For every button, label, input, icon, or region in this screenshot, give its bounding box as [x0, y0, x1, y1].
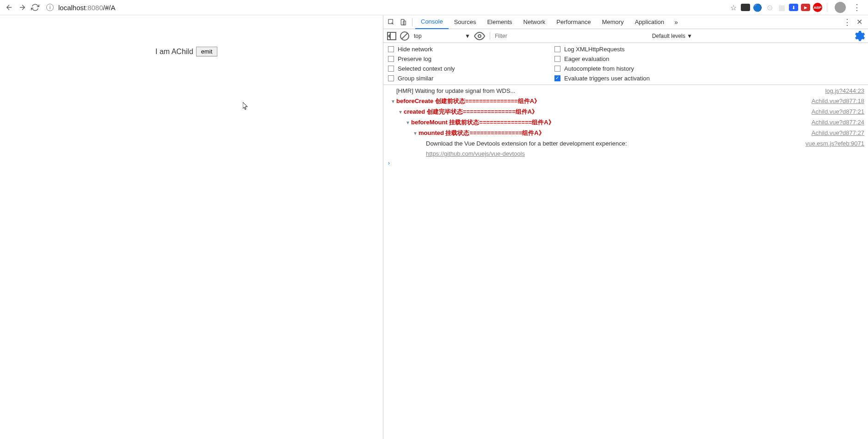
log-line: ▼beforeMount 挂载前状态===============组件A》Ach… [383, 117, 868, 128]
log-toggle-icon[interactable]: ▼ [391, 97, 395, 106]
svg-line-6 [402, 33, 407, 39]
url-text: localhost:8080/#/A [58, 4, 115, 12]
tab-performance[interactable]: Performance [551, 15, 596, 29]
log-line: https://github.com/vuejs/vue-devtools [383, 149, 868, 159]
forward-button[interactable] [16, 1, 29, 14]
console-log-area[interactable]: [HMR] Waiting for update signal from WDS… [383, 85, 868, 439]
inspect-element-icon[interactable] [385, 16, 397, 28]
reload-button[interactable] [29, 1, 42, 14]
context-value: top [414, 33, 422, 39]
emit-button[interactable]: emit [196, 47, 218, 56]
console-prompt[interactable]: › [383, 159, 868, 167]
log-url-link[interactable]: https://github.com/vuejs/vue-devtools [426, 150, 525, 157]
extension-icon-5[interactable]: ⬇ [789, 3, 798, 12]
extension-icon-1[interactable] [741, 3, 750, 12]
log-source-link[interactable]: log.js?4244:23 [825, 86, 864, 96]
extension-icon-6[interactable]: ▶ [801, 3, 810, 12]
log-message: Download the Vue Devtools extension for … [426, 140, 627, 147]
log-message: beforeMount 挂载前状态===============组件A》 [411, 119, 554, 126]
browser-menu-icon[interactable]: ⋮ [851, 2, 862, 12]
page-heading: I am AChild [155, 48, 193, 56]
site-info-icon[interactable]: i [46, 4, 54, 11]
eval-triggers-checkbox[interactable]: Evaluate triggers user activation [554, 75, 863, 82]
log-source-link[interactable]: vue.esm.js?efeb:9071 [806, 139, 864, 148]
log-source-link[interactable]: Achild.vue?d877:21 [812, 107, 864, 117]
log-message: beforeCreate 创建前状态===============组件A》 [396, 98, 540, 104]
eager-eval-checkbox[interactable]: Eager evaluation [554, 55, 863, 62]
hide-network-checkbox[interactable]: Hide network [388, 46, 554, 53]
devtools-tabs: Console Sources Elements Network Perform… [383, 15, 868, 29]
context-selector[interactable]: top ▼ [412, 32, 472, 40]
svg-rect-1 [401, 19, 404, 25]
console-settings-icon[interactable] [854, 30, 865, 42]
back-button[interactable] [3, 1, 16, 14]
extension-icon-2[interactable]: 🔵 [753, 3, 762, 12]
log-message: [HMR] Waiting for update signal from WDS… [396, 87, 515, 94]
browser-toolbar: i localhost:8080/#/A ☆ 🔵 ⊙ ▦ ⬇ ▶ ABP ⋮ [0, 0, 868, 15]
tab-network[interactable]: Network [518, 15, 551, 29]
log-toggle-icon[interactable]: ▼ [406, 118, 410, 128]
selected-context-checkbox[interactable]: Selected context only [388, 65, 554, 72]
log-line: ▼beforeCreate 创建前状态===============组件A》Ac… [383, 96, 868, 107]
devtools-panel: Console Sources Elements Network Perform… [383, 15, 868, 439]
tab-more-icon[interactable]: » [670, 18, 683, 26]
log-toggle-icon[interactable]: ▼ [413, 129, 418, 138]
clear-console-icon[interactable] [399, 30, 410, 42]
profile-avatar[interactable] [835, 2, 846, 13]
preserve-log-checkbox[interactable]: Preserve log [388, 55, 554, 62]
log-message: created 创建完毕状态===============组件A》 [404, 108, 538, 115]
tab-sources[interactable]: Sources [449, 15, 482, 29]
console-settings-panel: Hide network Log XMLHttpRequests Preserv… [383, 43, 868, 85]
tab-elements[interactable]: Elements [481, 15, 517, 29]
devtools-close-icon[interactable]: ✕ [853, 18, 866, 26]
extension-icons: ☆ 🔵 ⊙ ▦ ⬇ ▶ ABP ⋮ [729, 2, 862, 13]
log-source-link[interactable]: Achild.vue?d877:18 [812, 97, 864, 106]
extension-icon-4[interactable]: ▦ [777, 3, 786, 12]
toolbar-divider [827, 3, 827, 12]
device-toggle-icon[interactable] [397, 16, 409, 28]
toolbar-divider [490, 32, 490, 40]
chevron-down-icon: ▼ [465, 33, 470, 39]
tab-application[interactable]: Application [629, 15, 670, 29]
tab-divider [412, 18, 412, 26]
log-levels-selector[interactable]: Default levels ▼ [652, 33, 692, 39]
main-content: I am AChild emit Console Sources Element… [0, 15, 868, 439]
page-viewport: I am AChild emit [0, 15, 383, 439]
console-toolbar: top ▼ Default levels ▼ [383, 29, 868, 43]
log-line: ▼created 创建完毕状态===============组件A》Achild… [383, 107, 868, 117]
log-line: Download the Vue Devtools extension for … [383, 139, 868, 149]
address-bar[interactable]: i localhost:8080/#/A [46, 4, 729, 12]
log-toggle-icon[interactable]: ▼ [398, 108, 403, 117]
log-xhr-checkbox[interactable]: Log XMLHttpRequests [554, 46, 863, 53]
svg-point-7 [478, 35, 481, 37]
log-line: [HMR] Waiting for update signal from WDS… [383, 86, 868, 96]
tab-memory[interactable]: Memory [597, 15, 629, 29]
page-content: I am AChild emit [0, 47, 383, 56]
log-line: ▼mounted 挂载状态===============组件A》Achild.v… [383, 128, 868, 139]
bookmark-star-icon[interactable]: ☆ [729, 3, 738, 12]
log-message: mounted 挂载状态===============组件A》 [419, 129, 545, 136]
console-sidebar-toggle-icon[interactable] [386, 30, 397, 42]
extension-icon-3[interactable]: ⊙ [765, 3, 774, 12]
log-source-link[interactable]: Achild.vue?d877:24 [812, 118, 864, 128]
group-similar-checkbox[interactable]: Group similar [388, 75, 554, 82]
live-expression-icon[interactable] [474, 30, 485, 42]
log-source-link[interactable]: Achild.vue?d877:27 [812, 128, 864, 138]
extension-abp-icon[interactable]: ABP [813, 3, 822, 12]
tab-console[interactable]: Console [415, 15, 449, 29]
filter-input[interactable] [495, 33, 564, 39]
devtools-menu-icon[interactable]: ⋮ [842, 17, 853, 27]
autocomplete-history-checkbox[interactable]: Autocomplete from history [554, 65, 863, 72]
